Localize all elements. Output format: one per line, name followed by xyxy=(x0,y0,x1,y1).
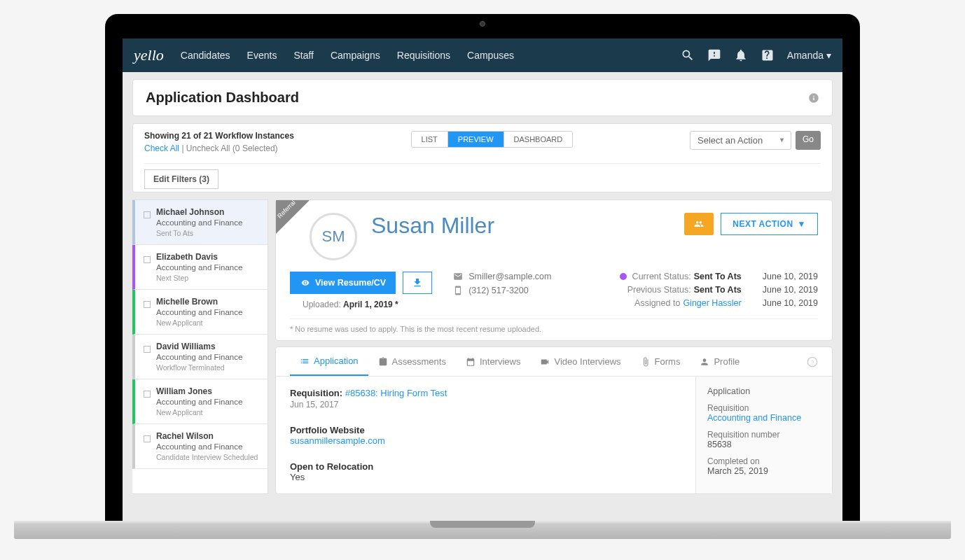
view-resume-button[interactable]: View Resume/CV xyxy=(290,272,396,294)
tab-label: Forms xyxy=(655,356,681,367)
user-menu[interactable]: Amanda ▾ xyxy=(787,50,831,61)
tab-label: Video Interviews xyxy=(554,356,620,367)
edit-filters-button[interactable]: Edit Filters (3) xyxy=(144,169,218,189)
calendar-icon xyxy=(466,357,475,367)
candidate-dept: Accounting and Finance xyxy=(156,308,261,316)
candidate-status: Next Step xyxy=(156,274,261,282)
candidate-status: Sent To Ats xyxy=(156,229,261,237)
uncheck-all-link[interactable]: Uncheck All xyxy=(186,144,230,153)
candidate-checkbox[interactable] xyxy=(144,435,151,442)
assigned-label: Assigned to xyxy=(634,298,680,308)
requisition-label: Requisition: xyxy=(290,388,342,398)
candidate-item[interactable]: Elizabeth Davis Accounting and Finance N… xyxy=(132,245,268,290)
portfolio-label: Portfolio Website xyxy=(290,425,681,435)
clipboard-icon xyxy=(378,357,388,367)
nav-requisitions[interactable]: Requisitions xyxy=(397,50,450,61)
tab-label: Profile xyxy=(714,356,740,367)
user-name: Amanda xyxy=(787,50,824,61)
status-date-2: June 10, 2019 xyxy=(763,285,818,295)
view-toggle: LIST PREVIEW DASHBOARD xyxy=(411,131,574,148)
candidate-item[interactable]: Rachel Wilson Accounting and Finance Can… xyxy=(132,424,268,469)
tab-forms[interactable]: Forms xyxy=(631,348,690,375)
candidate-item[interactable]: William Jones Accounting and Finance New… xyxy=(132,379,268,424)
candidate-checkbox[interactable] xyxy=(144,301,151,308)
phone-icon xyxy=(453,286,463,295)
candidate-name: David Williams xyxy=(156,342,261,351)
tab-interviews[interactable]: Interviews xyxy=(456,348,531,375)
candidate-list: Michael Johnson Accounting and Finance S… xyxy=(132,200,268,494)
candidate-item[interactable]: Michelle Brown Accounting and Finance Ne… xyxy=(132,290,268,335)
previous-status-value: Sent To Ats xyxy=(694,285,742,295)
toolbar: Showing 21 of 21 Workflow Instances Chec… xyxy=(132,123,833,192)
tab-content-main: Requisition: #85638: Hiring Form Test Ju… xyxy=(276,377,695,493)
help-icon[interactable] xyxy=(761,48,775,62)
candidate-dept: Accounting and Finance xyxy=(156,263,261,272)
download-icon xyxy=(412,277,423,288)
candidate-name: Michael Johnson xyxy=(156,207,261,217)
people-button[interactable] xyxy=(684,213,714,235)
tab-application[interactable]: Application xyxy=(290,347,368,376)
view-preview[interactable]: PREVIEW xyxy=(448,132,504,147)
candidate-item[interactable]: David Williams Accounting and Finance Wo… xyxy=(132,335,268,379)
candidate-name: William Jones xyxy=(156,386,261,396)
candidate-name: Michelle Brown xyxy=(156,297,261,307)
candidate-status: New Applicant xyxy=(156,408,261,416)
chevron-down-icon: ▼ xyxy=(798,219,806,229)
laptop-base xyxy=(14,521,951,539)
candidate-name: Elizabeth Davis xyxy=(156,252,261,262)
tab-label: Application xyxy=(314,356,359,366)
status-date-3: June 10, 2019 xyxy=(763,298,818,308)
bell-icon[interactable] xyxy=(734,48,748,62)
feedback-icon[interactable] xyxy=(707,48,721,62)
view-dashboard[interactable]: DASHBOARD xyxy=(504,132,573,147)
check-all-link[interactable]: Check All xyxy=(144,144,179,153)
nav-staff[interactable]: Staff xyxy=(293,50,314,61)
laptop-camera xyxy=(480,21,485,27)
side-title: Application xyxy=(707,386,821,396)
candidate-detail-header: Referral SM Susan Miller NEXT ACTION xyxy=(275,200,833,341)
tab-label: Assessments xyxy=(392,356,446,367)
candidate-checkbox[interactable] xyxy=(144,211,151,218)
next-action-label: NEXT ACTION xyxy=(733,219,793,229)
current-status-value: Sent To Ats xyxy=(694,272,742,281)
candidate-status: Candidate Interview Scheduled xyxy=(156,453,261,461)
candidate-dept: Accounting and Finance xyxy=(156,218,261,227)
requisition-link[interactable]: #85638: Hiring Form Test xyxy=(345,388,447,398)
side-num-value: 85638 xyxy=(707,440,821,449)
list-icon xyxy=(300,356,310,366)
candidate-status: New Applicant xyxy=(156,318,261,327)
candidate-status: Workflow Terminated xyxy=(156,363,261,372)
action-select[interactable]: Select an Action xyxy=(690,131,791,150)
search-icon[interactable] xyxy=(681,48,695,62)
candidate-item[interactable]: Michael Johnson Accounting and Finance S… xyxy=(132,200,268,245)
tab-video-interviews[interactable]: Video Interviews xyxy=(530,348,630,375)
tab-assessments[interactable]: Assessments xyxy=(368,348,456,375)
candidate-checkbox[interactable] xyxy=(144,391,151,398)
go-button[interactable]: Go xyxy=(796,131,821,150)
uploaded-date: April 1, 2019 * xyxy=(343,300,398,309)
view-list[interactable]: LIST xyxy=(412,132,448,147)
tab-content-sidebar: Application Requisition Accounting and F… xyxy=(695,377,832,493)
email-value: Smiller@sample.com xyxy=(468,272,551,281)
selected-count: (0 Selected) xyxy=(232,144,278,153)
resume-footnote: * No resume was used to apply. This is t… xyxy=(290,318,818,333)
tabs-panel: Application Assessments Interviews xyxy=(275,346,833,494)
candidate-checkbox[interactable] xyxy=(144,256,151,263)
nav-candidates[interactable]: Candidates xyxy=(181,50,230,61)
nav-events[interactable]: Events xyxy=(247,50,277,61)
assigned-to-link[interactable]: Ginger Hassler xyxy=(683,298,741,308)
nav-campuses[interactable]: Campuses xyxy=(467,50,514,61)
side-req-link[interactable]: Accounting and Finance xyxy=(707,413,821,423)
info-icon[interactable] xyxy=(808,92,819,104)
relocation-value: Yes xyxy=(290,472,681,482)
help-icon[interactable]: ? xyxy=(807,356,818,368)
portfolio-link[interactable]: susanmillersample.com xyxy=(290,435,681,446)
candidate-checkbox[interactable] xyxy=(144,346,151,353)
requisition-date: Jun 15, 2017 xyxy=(290,400,681,410)
download-button[interactable] xyxy=(403,272,432,294)
tab-profile[interactable]: Profile xyxy=(690,348,749,375)
attachment-icon xyxy=(641,357,651,367)
nav-campaigns[interactable]: Campaigns xyxy=(331,50,380,61)
next-action-button[interactable]: NEXT ACTION ▼ xyxy=(721,213,818,235)
page-header: Application Dashboard xyxy=(132,79,833,116)
